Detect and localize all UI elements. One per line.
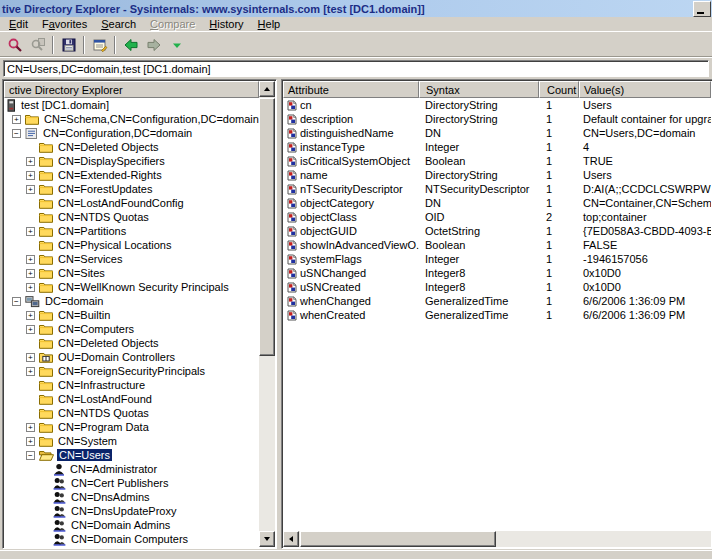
tree-item[interactable]: +CN=ForestUpdates [4, 182, 259, 196]
scroll-up-button[interactable] [259, 81, 275, 97]
attribute-row[interactable]: objectCategoryDN1CN=Container,CN=Schema,… [283, 196, 711, 210]
attribute-row[interactable]: showInAdvancedViewO...Boolean1FALSE [283, 238, 711, 252]
window-title: tive Directory Explorer - Sysinternals: … [0, 3, 693, 15]
attribute-row[interactable]: isCriticalSystemObjectBoolean1TRUE [283, 154, 711, 168]
expand-icon[interactable]: + [26, 255, 35, 264]
tree-item[interactable]: CN=Deleted Objects [4, 336, 259, 350]
attributes-horizontal-scrollbar[interactable] [283, 531, 711, 547]
tree-item[interactable]: +CN=ForeignSecurityPrincipals [4, 364, 259, 378]
tree-item[interactable]: CN=Cert Publishers [4, 476, 259, 490]
tree-item[interactable]: −DC=domain [4, 294, 259, 308]
tree-item[interactable]: +CN=WellKnown Security Principals [4, 280, 259, 294]
save-button[interactable] [57, 34, 80, 56]
tree-item[interactable]: +CN=Services [4, 252, 259, 266]
tree-item[interactable]: CN=LostAndFound [4, 392, 259, 406]
back-button[interactable] [119, 34, 142, 56]
tree-item[interactable]: +OU=Domain Controllers [4, 350, 259, 364]
attribute-row[interactable]: systemFlagsInteger1-1946157056 [283, 252, 711, 266]
expand-icon[interactable]: + [26, 171, 35, 180]
expand-icon[interactable]: + [26, 269, 35, 278]
tree-item[interactable]: +CN=Program Data [4, 420, 259, 434]
tree-item[interactable]: CN=Domain Admins [4, 518, 259, 532]
tree-item[interactable]: CN=DnsAdmins [4, 490, 259, 504]
tree-item[interactable]: +CN=Sites [4, 266, 259, 280]
menu-favorites[interactable]: Favorites [36, 17, 95, 32]
tree-item[interactable]: test [DC1.domain] [4, 98, 259, 112]
expand-icon[interactable]: + [12, 115, 21, 124]
attribute-row[interactable]: uSNCreatedInteger810x10D0 [283, 280, 711, 294]
attribute-row[interactable]: objectGUIDOctetString1{7ED058A3-CBDD-409… [283, 224, 711, 238]
menu-search[interactable]: Search [95, 17, 144, 32]
column-header-syntax[interactable]: Syntax [419, 81, 539, 98]
tree-item[interactable]: −CN=Users [4, 448, 259, 462]
tree-item[interactable]: +CN=Partitions [4, 224, 259, 238]
attribute-row[interactable]: whenCreatedGeneralizedTime16/6/2006 1:36… [283, 308, 711, 322]
tree-item[interactable]: CN=Deleted Objects [4, 140, 259, 154]
tree-item[interactable]: +CN=System [4, 434, 259, 448]
tree-item[interactable]: −CN=Configuration,DC=domain [4, 126, 259, 140]
scroll-left-button[interactable] [283, 531, 299, 547]
column-header-values[interactable]: Value(s) [579, 81, 711, 98]
attribute-name-cell: objectGUID [283, 225, 419, 237]
properties-button[interactable] [88, 34, 111, 56]
search-button[interactable] [3, 34, 26, 56]
tree-item[interactable]: +CN=Extended-Rights [4, 168, 259, 182]
expand-icon[interactable]: + [26, 185, 35, 194]
tree-item[interactable]: +CN=Computers [4, 322, 259, 336]
tree-item[interactable]: CN=DnsUpdateProxy [4, 504, 259, 518]
expand-icon[interactable]: + [26, 325, 35, 334]
menu-history[interactable]: History [203, 17, 251, 32]
attribute-name: instanceType [300, 141, 365, 153]
expand-icon[interactable]: + [26, 311, 35, 320]
tree-item[interactable]: +CN=Builtin [4, 308, 259, 322]
folder-icon [39, 253, 53, 265]
attribute-name: distinguishedName [300, 127, 394, 139]
address-input[interactable] [3, 60, 709, 77]
expand-icon[interactable]: + [26, 437, 35, 446]
tree-item-label: CN=NTDS Quotas [56, 211, 151, 223]
expand-icon[interactable]: + [26, 227, 35, 236]
attribute-row[interactable]: cnDirectoryString1Users [283, 98, 711, 112]
expand-icon[interactable]: + [26, 353, 35, 362]
expand-icon[interactable]: + [26, 157, 35, 166]
menu-help[interactable]: Help [252, 17, 289, 32]
expand-icon[interactable]: + [26, 423, 35, 432]
attribute-row[interactable]: uSNChangedInteger810x10D0 [283, 266, 711, 280]
attribute-icon [287, 240, 297, 251]
tree-item[interactable]: CN=Domain Computers [4, 532, 259, 546]
expand-icon[interactable]: + [26, 283, 35, 292]
menu-edit[interactable]: Edit [3, 17, 36, 32]
attributes-scroll-thumb[interactable] [300, 531, 496, 547]
expand-icon[interactable]: + [26, 367, 35, 376]
tree-item[interactable]: +CN=Schema,CN=Configuration,DC=domain [4, 112, 259, 126]
tree-item[interactable]: CN=LostAndFoundConfig [4, 196, 259, 210]
history-dropdown-button[interactable] [165, 34, 188, 56]
tree-scroll-thumb[interactable] [259, 98, 275, 356]
tree-item[interactable]: CN=Infrastructure [4, 378, 259, 392]
tree-item[interactable]: CN=NTDS Quotas [4, 210, 259, 224]
minimize-button[interactable] [693, 1, 711, 17]
attribute-row[interactable]: nTSecurityDescriptorNTSecurityDescriptor… [283, 182, 711, 196]
collapse-icon[interactable]: − [26, 451, 35, 460]
folder-icon [39, 393, 53, 405]
scroll-down-button[interactable] [259, 531, 275, 547]
attribute-row[interactable]: distinguishedNameDN1CN=Users,DC=domain [283, 126, 711, 140]
collapse-icon[interactable]: − [12, 129, 21, 138]
group-icon [53, 477, 66, 490]
tree-vertical-scrollbar[interactable] [259, 81, 275, 547]
attribute-row[interactable]: objectClassOID2top;container [283, 210, 711, 224]
attribute-row[interactable]: descriptionDirectoryString1Default conta… [283, 112, 711, 126]
tree-item[interactable]: +CN=DisplaySpecifiers [4, 154, 259, 168]
collapse-icon[interactable]: − [12, 297, 21, 306]
tree-item[interactable]: CN=Domain Controllers [4, 546, 259, 547]
tree-item[interactable]: CN=Administrator [4, 462, 259, 476]
tree-item[interactable]: CN=NTDS Quotas [4, 406, 259, 420]
attribute-row[interactable]: whenChangedGeneralizedTime16/6/2006 1:36… [283, 294, 711, 308]
column-header-attribute[interactable]: Attribute [283, 81, 419, 98]
column-header-count[interactable]: Count [539, 81, 579, 98]
titlebar[interactable]: tive Directory Explorer - Sysinternals: … [0, 0, 712, 17]
tree-item[interactable]: CN=Physical Locations [4, 238, 259, 252]
attribute-row[interactable]: nameDirectoryString1Users [283, 168, 711, 182]
attribute-row[interactable]: instanceTypeInteger14 [283, 140, 711, 154]
attribute-name: whenChanged [300, 295, 371, 307]
